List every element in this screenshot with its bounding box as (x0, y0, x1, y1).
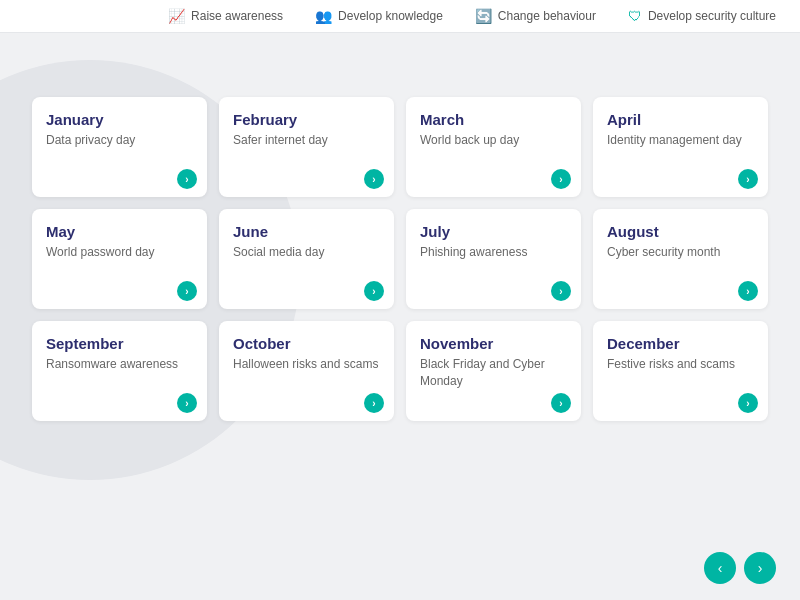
card-arrow-icon[interactable]: › (738, 281, 758, 301)
month-desc: Safer internet day (233, 132, 380, 149)
month-name: April (607, 111, 754, 128)
month-name: October (233, 335, 380, 352)
month-desc: Ransomware awareness (46, 356, 193, 373)
month-name: January (46, 111, 193, 128)
prev-button[interactable]: ‹ (704, 552, 736, 584)
bottom-nav: ‹ › (704, 552, 776, 584)
next-button[interactable]: › (744, 552, 776, 584)
nav-icon: 👥 (315, 8, 332, 24)
month-name: December (607, 335, 754, 352)
nav-label: Change behaviour (498, 9, 596, 23)
card-arrow-icon[interactable]: › (551, 393, 571, 413)
nav-item-raise-awareness[interactable]: 📈Raise awareness (168, 8, 283, 24)
nav-item-develop-security-culture[interactable]: 🛡Develop security culture (628, 8, 776, 24)
nav-label: Raise awareness (191, 9, 283, 23)
card-arrow-icon[interactable]: › (364, 281, 384, 301)
month-name: June (233, 223, 380, 240)
nav-icon: 📈 (168, 8, 185, 24)
card-arrow-icon[interactable]: › (738, 393, 758, 413)
month-card-july[interactable]: July Phishing awareness › (406, 209, 581, 309)
nav-icon: 🛡 (628, 8, 642, 24)
month-desc: Cyber security month (607, 244, 754, 261)
month-card-june[interactable]: June Social media day › (219, 209, 394, 309)
card-arrow-icon[interactable]: › (177, 393, 197, 413)
calendar-grid: January Data privacy day › February Safe… (32, 97, 768, 421)
month-desc: Identity management day (607, 132, 754, 149)
card-arrow-icon[interactable]: › (738, 169, 758, 189)
month-card-august[interactable]: August Cyber security month › (593, 209, 768, 309)
month-name: November (420, 335, 567, 352)
month-name: September (46, 335, 193, 352)
main-content: January Data privacy day › February Safe… (0, 33, 800, 437)
month-desc: Phishing awareness (420, 244, 567, 261)
month-card-march[interactable]: March World back up day › (406, 97, 581, 197)
nav-icon: 🔄 (475, 8, 492, 24)
month-desc: Black Friday and Cyber Monday (420, 356, 567, 390)
card-arrow-icon[interactable]: › (364, 393, 384, 413)
month-card-january[interactable]: January Data privacy day › (32, 97, 207, 197)
month-card-september[interactable]: September Ransomware awareness › (32, 321, 207, 421)
top-nav: 📈Raise awareness👥Develop knowledge🔄Chang… (0, 0, 800, 33)
month-card-december[interactable]: December Festive risks and scams › (593, 321, 768, 421)
month-name: February (233, 111, 380, 128)
month-desc: Data privacy day (46, 132, 193, 149)
month-desc: Halloween risks and scams (233, 356, 380, 373)
month-name: May (46, 223, 193, 240)
month-card-april[interactable]: April Identity management day › (593, 97, 768, 197)
card-arrow-icon[interactable]: › (177, 169, 197, 189)
month-desc: World password day (46, 244, 193, 261)
month-card-october[interactable]: October Halloween risks and scams › (219, 321, 394, 421)
card-arrow-icon[interactable]: › (177, 281, 197, 301)
month-card-november[interactable]: November Black Friday and Cyber Monday › (406, 321, 581, 421)
month-desc: World back up day (420, 132, 567, 149)
month-name: August (607, 223, 754, 240)
nav-label: Develop security culture (648, 9, 776, 23)
card-arrow-icon[interactable]: › (364, 169, 384, 189)
month-name: July (420, 223, 567, 240)
month-card-may[interactable]: May World password day › (32, 209, 207, 309)
card-arrow-icon[interactable]: › (551, 169, 571, 189)
nav-label: Develop knowledge (338, 9, 443, 23)
nav-item-change-behaviour[interactable]: 🔄Change behaviour (475, 8, 596, 24)
month-desc: Festive risks and scams (607, 356, 754, 373)
nav-item-develop-knowledge[interactable]: 👥Develop knowledge (315, 8, 443, 24)
month-name: March (420, 111, 567, 128)
card-arrow-icon[interactable]: › (551, 281, 571, 301)
month-desc: Social media day (233, 244, 380, 261)
month-card-february[interactable]: February Safer internet day › (219, 97, 394, 197)
